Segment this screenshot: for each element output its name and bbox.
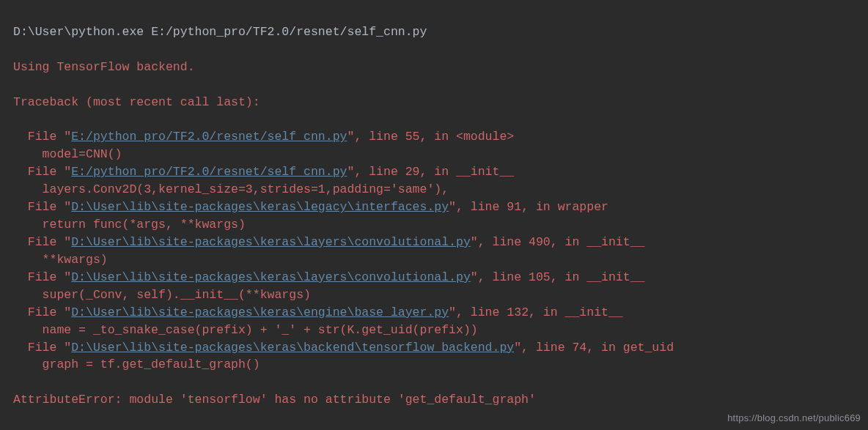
error-line: AttributeError: module 'tensorflow' has … [13,391,861,409]
traceback-file-line: File "D:\User\lib\site-packages\keras\en… [13,304,861,322]
console-output: D:\User\python.exe E:/python_pro/TF2.0/r… [0,0,868,430]
traceback-code-line: model=CNN() [13,146,861,163]
traceback-code-line: graph = tf.get_default_graph() [13,356,861,374]
traceback-file-line: File "D:\User\lib\site-packages\keras\la… [13,234,861,251]
traceback-code-line: layers.Conv2D(3,kernel_size=3,strides=1,… [13,181,861,199]
traceback-code-line: name = _to_snake_case(prefix) + '_' + st… [13,322,861,339]
file-link[interactable]: D:\User\lib\site-packages\keras\legacy\i… [71,200,449,214]
backend-message: Using TensorFlow backend. [13,59,861,76]
watermark: https://blog.csdn.net/public669 [727,412,861,426]
traceback-code-line: super(_Conv, self).__init__(**kwargs) [13,286,861,304]
file-link[interactable]: E:/python_pro/TF2.0/resnet/self_cnn.py [71,165,347,179]
traceback-file-line: File "E:/python_pro/TF2.0/resnet/self_cn… [13,128,861,146]
file-link[interactable]: D:\User\lib\site-packages\keras\layers\c… [71,270,471,284]
file-link[interactable]: D:\User\lib\site-packages\keras\engine\b… [71,305,449,319]
blank-line [13,426,861,430]
traceback-file-line: File "D:\User\lib\site-packages\keras\la… [13,269,861,286]
traceback-file-line: File "D:\User\lib\site-packages\keras\ba… [13,339,861,357]
traceback-header: Traceback (most recent call last): [13,94,861,111]
traceback-code-line: return func(*args, **kwargs) [13,216,861,234]
file-link[interactable]: E:/python_pro/TF2.0/resnet/self_cnn.py [71,130,347,144]
file-link[interactable]: D:\User\lib\site-packages\keras\layers\c… [71,235,471,249]
traceback-file-line: File "E:/python_pro/TF2.0/resnet/self_cn… [13,163,861,181]
command-line: D:\User\python.exe E:/python_pro/TF2.0/r… [13,23,861,41]
file-link[interactable]: D:\User\lib\site-packages\keras\backend\… [71,341,514,355]
traceback-code-line: **kwargs) [13,251,861,269]
traceback-file-line: File "D:\User\lib\site-packages\keras\le… [13,199,861,216]
